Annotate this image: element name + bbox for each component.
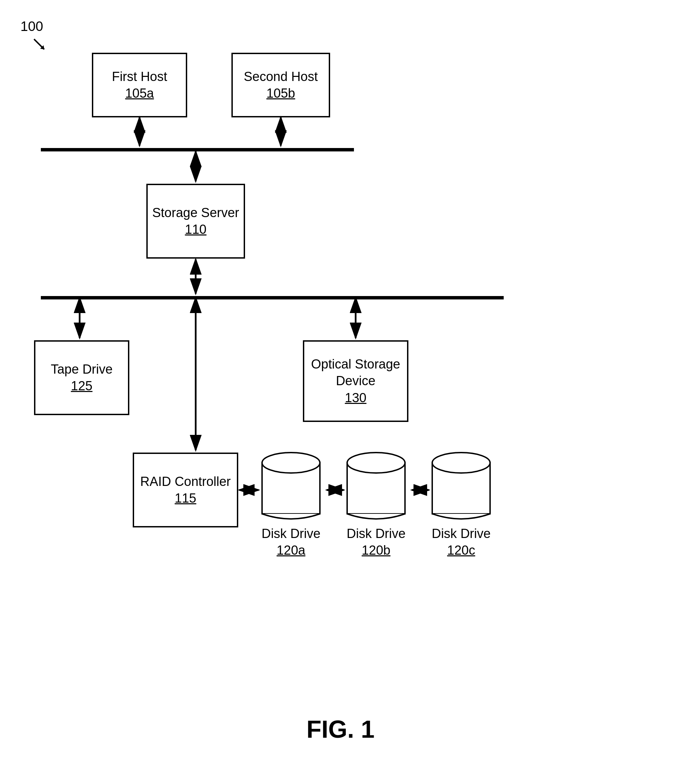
first-host-ref: 105a — [125, 85, 154, 102]
second-host-box: Second Host 105b — [231, 53, 330, 117]
raid-controller-label: RAID Controller — [140, 474, 231, 490]
tape-drive-label: Tape Drive — [51, 361, 112, 378]
disk-drive-b-svg — [344, 446, 409, 524]
optical-storage-box: Optical Storage Device 130 — [303, 340, 409, 422]
disk-drive-c-wrap: Disk Drive 120c — [429, 446, 494, 559]
disk-drive-a-label: Disk Drive 120a — [261, 525, 320, 559]
lower-bus-line — [41, 296, 504, 299]
second-host-ref: 105b — [266, 85, 295, 102]
storage-server-label: Storage Server — [152, 204, 239, 221]
second-host-label: Second Host — [244, 68, 318, 85]
disk-drive-a-svg — [259, 446, 323, 524]
svg-point-5 — [347, 453, 405, 473]
raid-controller-ref: 115 — [174, 490, 196, 507]
disk-drive-a-wrap: Disk Drive 120a — [259, 446, 323, 559]
svg-point-3 — [262, 453, 320, 473]
first-host-label: First Host — [112, 68, 168, 85]
ref-100-arrow — [31, 36, 48, 53]
disk-drive-c-svg — [429, 446, 494, 524]
disk-drive-b-label: Disk Drive 120b — [347, 525, 405, 559]
optical-storage-label: Optical Storage Device — [304, 356, 407, 390]
diagram: 100 First Host 105a Second Host 105b Sto… — [0, 0, 681, 784]
ref-100-label: 100 — [21, 19, 43, 34]
disk-drive-c-label: Disk Drive 120c — [432, 525, 490, 559]
tape-drive-ref: 125 — [71, 378, 92, 394]
svg-point-7 — [432, 453, 490, 473]
tape-drive-box: Tape Drive 125 — [34, 340, 129, 415]
figure-label: FIG. 1 — [306, 715, 374, 743]
raid-controller-box: RAID Controller 115 — [133, 453, 238, 527]
optical-storage-ref: 130 — [345, 390, 366, 406]
upper-bus-line — [41, 148, 354, 151]
first-host-box: First Host 105a — [92, 53, 187, 117]
storage-server-box: Storage Server 110 — [146, 184, 245, 259]
storage-server-ref: 110 — [185, 221, 206, 238]
disk-drive-b-wrap: Disk Drive 120b — [344, 446, 409, 559]
